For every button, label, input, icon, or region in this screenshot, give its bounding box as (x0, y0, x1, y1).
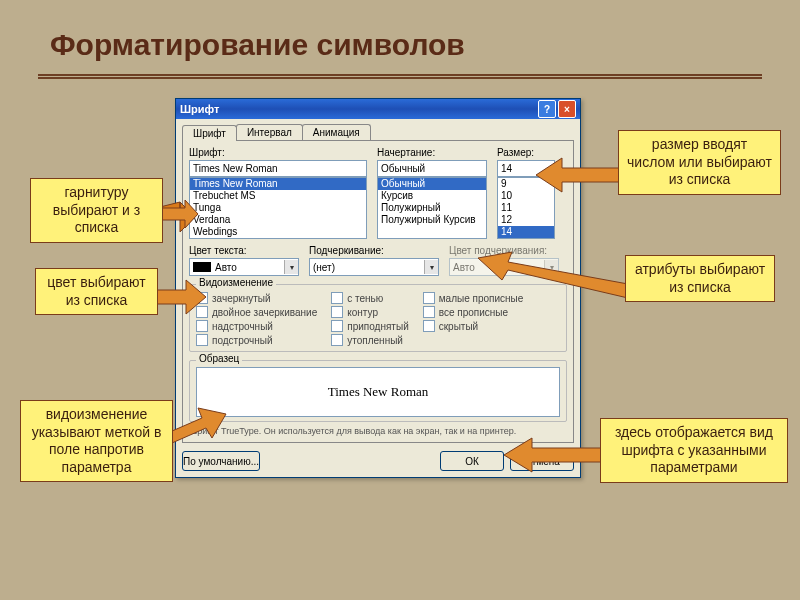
font-label: Шрифт: (189, 147, 367, 158)
check-hidden[interactable]: скрытый (423, 319, 524, 333)
ok-button[interactable]: ОК (440, 451, 504, 471)
list-item[interactable]: Tunga (190, 202, 366, 214)
list-item[interactable]: Webdings (190, 226, 366, 238)
dialog-tabs: Шрифт Интервал Анимация (182, 124, 576, 140)
check-dblstrike[interactable]: двойное зачеркивание (196, 305, 317, 319)
annot-garnitura: гарнитуру выбирают и з списка (30, 178, 163, 243)
check-shadow[interactable]: с тенью (331, 291, 408, 305)
check-superscript[interactable]: надстрочный (196, 319, 317, 333)
list-item[interactable]: 11 (498, 202, 554, 214)
style-listbox[interactable]: Обычный Курсив Полужирный Полужирный Кур… (377, 177, 487, 239)
svg-marker-5 (478, 252, 628, 298)
svg-marker-6 (504, 438, 602, 472)
underline-combo[interactable]: (нет) ▾ (309, 258, 439, 276)
close-button[interactable]: × (558, 100, 576, 118)
list-item[interactable]: Verdana (190, 214, 366, 226)
dialog-title: Шрифт (180, 103, 219, 115)
list-item[interactable]: Полужирный Курсив (378, 214, 486, 226)
underline-value: (нет) (313, 262, 335, 273)
font-listbox[interactable]: Times New Roman Trebuchet MS Tunga Verda… (189, 177, 367, 239)
group-sample-legend: Образец (196, 353, 242, 364)
color-swatch (193, 262, 211, 272)
size-label: Размер: (497, 147, 555, 158)
font-input[interactable]: Times New Roman (189, 160, 367, 177)
chevron-down-icon[interactable]: ▾ (284, 260, 298, 274)
check-strikethrough[interactable]: зачеркнутый (196, 291, 317, 305)
underline-label: Подчеркивание: (309, 245, 439, 256)
list-item[interactable]: Обычный (378, 178, 486, 190)
sample-preview: Times New Roman (196, 367, 560, 417)
svg-marker-4 (536, 158, 620, 192)
list-item[interactable]: Times New Roman (190, 178, 366, 190)
check-emboss[interactable]: приподнятый (331, 319, 408, 333)
list-item[interactable]: Полужирный (378, 202, 486, 214)
tab-font[interactable]: Шрифт (182, 125, 237, 141)
check-engrave[interactable]: утопленный (331, 333, 408, 347)
annot-size: размер вводят числом или выбирают из спи… (618, 130, 781, 195)
dialog-titlebar[interactable]: Шрифт ? × (176, 99, 580, 119)
style-input[interactable]: Обычный (377, 160, 487, 177)
color-value: Авто (215, 262, 237, 273)
title-underline (38, 74, 762, 76)
style-label: Начертание: (377, 147, 487, 158)
list-item[interactable]: Trebuchet MS (190, 190, 366, 202)
annot-preview: здесь отображается вид шрифта с указанны… (600, 418, 788, 483)
chevron-down-icon[interactable]: ▾ (424, 260, 438, 274)
list-item[interactable]: Курсив (378, 190, 486, 202)
list-item[interactable]: 14 (498, 226, 554, 238)
annot-vidoizm: видоизменение указывают меткой в поле на… (20, 400, 173, 482)
tab-animation[interactable]: Анимация (302, 124, 371, 140)
group-sample: Образец Times New Roman (189, 360, 567, 422)
slide-title: Форматирование символов (50, 28, 465, 62)
list-item[interactable]: 12 (498, 214, 554, 226)
annot-attrib: атрибуты выбирают из списка (625, 255, 775, 302)
color-combo[interactable]: Авто ▾ (189, 258, 299, 276)
check-subscript[interactable]: подстрочный (196, 333, 317, 347)
tab-interval[interactable]: Интервал (236, 124, 303, 140)
color-label: Цвет текста: (189, 245, 299, 256)
annot-color: цвет выбирают из списка (35, 268, 158, 315)
group-vid-legend: Видоизменение (196, 277, 276, 288)
check-outline[interactable]: контур (331, 305, 408, 319)
help-button[interactable]: ? (538, 100, 556, 118)
